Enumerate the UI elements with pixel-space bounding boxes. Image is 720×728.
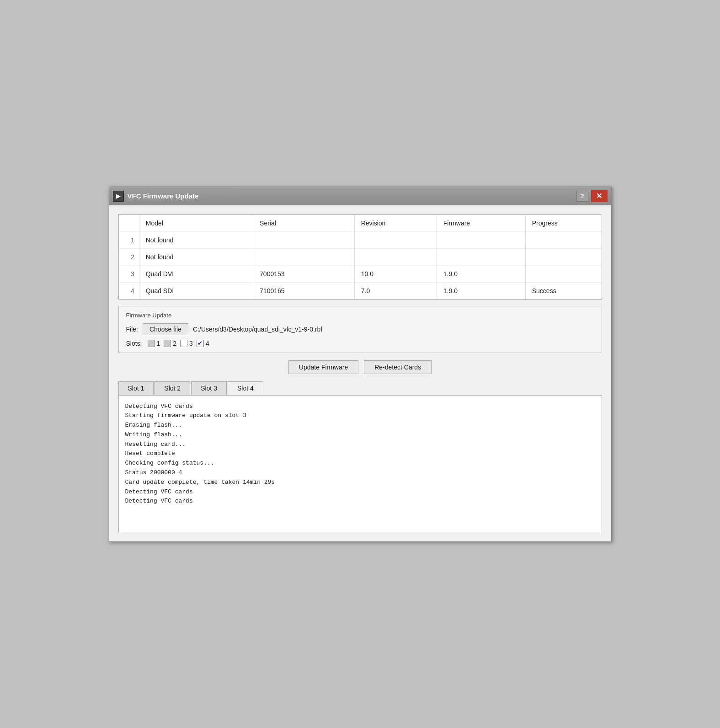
- slot-4-item: ✔ 4: [197, 340, 209, 347]
- row-num-1: 1: [119, 231, 139, 248]
- table-header-row: Model Serial Revision Firmware Progress: [119, 215, 602, 232]
- row-model-4: Quad SDI: [139, 282, 253, 299]
- row-serial-3: 7000153: [253, 265, 355, 282]
- row-revision-2: [354, 248, 437, 265]
- slot-1-checkbox[interactable]: [148, 340, 155, 347]
- tab-slot-1[interactable]: Slot 1: [118, 381, 154, 395]
- row-progress-4: Success: [525, 282, 601, 299]
- file-row: File: Choose file C:/Users/d3/Desktop/qu…: [126, 323, 594, 335]
- file-label: File:: [126, 326, 138, 333]
- help-button[interactable]: ?: [576, 191, 588, 202]
- table-row: 4 Quad SDI 7100165 7.0 1.9.0 Success: [119, 282, 602, 299]
- slots-label: Slots:: [126, 340, 142, 347]
- col-header-num: [119, 215, 139, 232]
- row-firmware-1: [437, 231, 525, 248]
- title-bar-left: ▶ VFC Firmware Update: [113, 191, 217, 202]
- app-icon: ▶: [113, 191, 124, 202]
- slot-3-item: 3: [180, 340, 193, 347]
- title-bar-controls: ? ✕: [576, 190, 608, 202]
- slot-4-checkbox[interactable]: ✔: [197, 340, 204, 347]
- devices-table: Model Serial Revision Firmware Progress …: [119, 215, 602, 299]
- tab-slot-3[interactable]: Slot 3: [191, 381, 227, 395]
- row-serial-1: [253, 231, 355, 248]
- window-content: Model Serial Revision Firmware Progress …: [109, 205, 611, 541]
- slot-2-item: 2: [164, 340, 176, 347]
- redetect-cards-button[interactable]: Re-detect Cards: [364, 360, 432, 374]
- row-model-1: Not found: [139, 231, 253, 248]
- row-firmware-4: 1.9.0: [437, 282, 525, 299]
- col-header-revision: Revision: [354, 215, 437, 232]
- col-header-firmware: Firmware: [437, 215, 525, 232]
- col-header-serial: Serial: [253, 215, 355, 232]
- row-model-2: Not found: [139, 248, 253, 265]
- firmware-section-label: Firmware Update: [126, 312, 594, 319]
- row-serial-2: [253, 248, 355, 265]
- row-num-2: 2: [119, 248, 139, 265]
- row-progress-2: [525, 248, 601, 265]
- tab-content: Detecting VFC cards Starting firmware up…: [118, 395, 602, 532]
- action-row: Update Firmware Re-detect Cards: [118, 360, 602, 374]
- file-path: C:/Users/d3/Desktop/quad_sdi_vfc_v1-9-0.…: [193, 326, 322, 333]
- log-text: Detecting VFC cards Starting firmware up…: [125, 402, 595, 507]
- row-num-3: 3: [119, 265, 139, 282]
- row-num-4: 4: [119, 282, 139, 299]
- window-title: VFC Firmware Update: [128, 192, 199, 200]
- row-revision-4: 7.0: [354, 282, 437, 299]
- slot-3-label: 3: [189, 340, 193, 347]
- row-revision-3: 10.0: [354, 265, 437, 282]
- main-window: ▶ VFC Firmware Update ? ✕ Model Serial R…: [109, 187, 612, 542]
- tab-slot-2[interactable]: Slot 2: [155, 381, 190, 395]
- title-bar: ▶ VFC Firmware Update ? ✕: [109, 187, 611, 205]
- close-button[interactable]: ✕: [591, 190, 608, 202]
- col-header-progress: Progress: [525, 215, 601, 232]
- table-row: 1 Not found: [119, 231, 602, 248]
- tabs-container: Slot 1Slot 2Slot 3Slot 4 Detecting VFC c…: [118, 381, 602, 532]
- tab-slot-4[interactable]: Slot 4: [228, 381, 263, 395]
- col-header-model: Model: [139, 215, 253, 232]
- table-row: 2 Not found: [119, 248, 602, 265]
- slots-row: Slots: 1 2 3 ✔ 4: [126, 340, 594, 347]
- row-firmware-2: [437, 248, 525, 265]
- row-progress-3: [525, 265, 601, 282]
- devices-table-container: Model Serial Revision Firmware Progress …: [118, 214, 602, 300]
- row-revision-1: [354, 231, 437, 248]
- firmware-section: Firmware Update File: Choose file C:/Use…: [118, 306, 602, 353]
- choose-file-button[interactable]: Choose file: [143, 323, 188, 335]
- slot-1-item: 1: [148, 340, 160, 347]
- row-progress-1: [525, 231, 601, 248]
- slot-4-label: 4: [206, 340, 209, 347]
- slot-1-label: 1: [157, 340, 160, 347]
- row-model-3: Quad DVI: [139, 265, 253, 282]
- row-firmware-3: 1.9.0: [437, 265, 525, 282]
- table-row: 3 Quad DVI 7000153 10.0 1.9.0: [119, 265, 602, 282]
- update-firmware-button[interactable]: Update Firmware: [288, 360, 358, 374]
- row-serial-4: 7100165: [253, 282, 355, 299]
- slot-3-checkbox[interactable]: [180, 340, 187, 347]
- tabs-header: Slot 1Slot 2Slot 3Slot 4: [118, 381, 602, 395]
- slot-2-checkbox[interactable]: [164, 340, 171, 347]
- slot-2-label: 2: [173, 340, 176, 347]
